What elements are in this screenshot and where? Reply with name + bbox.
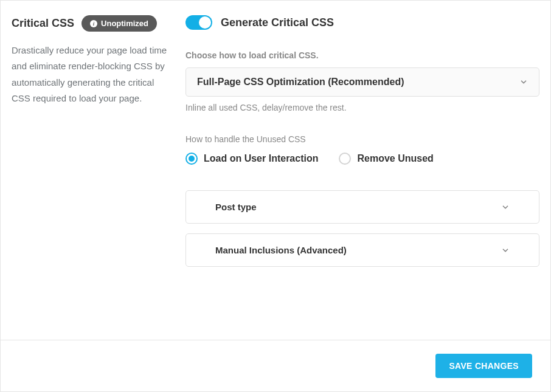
chevron-down-icon (501, 246, 510, 255)
accordion-label: Post type (215, 202, 257, 212)
chevron-down-icon (519, 78, 528, 86)
left-column: Critical CSS i Unoptimized Drastically r… (12, 15, 182, 335)
toggle-knob (199, 16, 211, 29)
toggle-row: Generate Critical CSS (185, 15, 539, 30)
accordion-post-type[interactable]: Post type (185, 190, 539, 224)
unused-radio-group: Load on User Interaction Remove Unused (185, 153, 539, 165)
select-helper-text: Inline all used CSS, delay/remove the re… (185, 103, 539, 112)
accordion-manual-inclusions[interactable]: Manual Inclusions (Advanced) (185, 233, 539, 267)
badge-label: Unoptimized (101, 19, 148, 28)
main-content: Critical CSS i Unoptimized Drastically r… (1, 1, 550, 340)
radio-remove-unused[interactable]: Remove Unused (339, 153, 433, 165)
footer: SAVE CHANGES (1, 340, 550, 391)
radio-label: Remove Unused (357, 153, 433, 164)
accordion-label: Manual Inclusions (Advanced) (215, 245, 347, 255)
radio-icon (185, 153, 198, 165)
toggle-label: Generate Critical CSS (221, 16, 334, 29)
radio-label: Load on User Interaction (204, 153, 318, 164)
radio-icon (339, 153, 351, 165)
load-method-select[interactable]: Full-Page CSS Optimization (Recommended) (185, 67, 539, 97)
chevron-down-icon (501, 203, 510, 211)
section-title: Critical CSS (12, 17, 74, 30)
right-column: Generate Critical CSS Choose how to load… (182, 15, 539, 335)
unused-css-label: How to handle the Unused CSS (185, 134, 539, 144)
generate-toggle[interactable] (185, 15, 212, 30)
radio-load-interaction[interactable]: Load on User Interaction (185, 153, 318, 165)
status-badge: i Unoptimized (81, 15, 157, 32)
select-value: Full-Page CSS Optimization (Recommended) (197, 77, 404, 88)
choose-load-label: Choose how to load critical CSS. (185, 50, 539, 60)
title-row: Critical CSS i Unoptimized (12, 15, 172, 32)
section-description: Drastically reduce your page load time a… (12, 43, 172, 106)
save-button[interactable]: SAVE CHANGES (435, 354, 532, 378)
info-icon: i (90, 20, 97, 27)
